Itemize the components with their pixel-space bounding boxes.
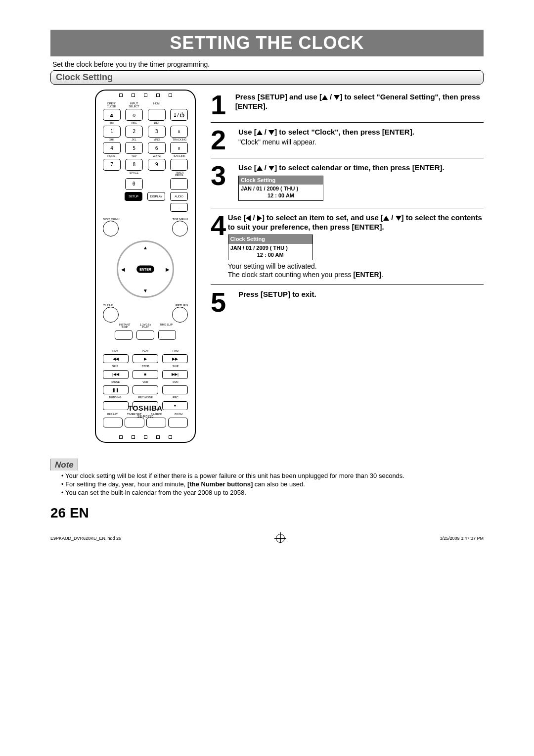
number-7-button: 7 (103, 159, 121, 171)
step-5: 5Press [SETUP] to exit. (211, 290, 484, 320)
page-title: SETTING THE CLOCK (50, 30, 484, 56)
clear-label: CLEAR (103, 304, 113, 307)
remote-illustration: OPEN/ CLOSE INPUT SELECT HDMI ⏏ ⊙ I/⏻ .@… (95, 90, 196, 443)
subtitle-button: ⎵ (170, 203, 188, 212)
left-icon: ◀ (121, 266, 125, 272)
vcr-button (133, 385, 158, 394)
number-1-button: 1 (103, 126, 121, 138)
step-number: 3 (211, 163, 238, 188)
button-label: FWD (163, 350, 188, 353)
button-label: .@/: (103, 122, 120, 125)
down-arrow-icon (268, 130, 274, 135)
button-label: SKIP (163, 365, 188, 368)
skip-back-button: |◀◀ (103, 370, 129, 379)
note-label: Note (50, 459, 78, 471)
osd-header: Clock Setting (228, 235, 312, 244)
timer-prog-button (170, 178, 188, 190)
up-arrow-icon (383, 216, 389, 221)
button-label: PAUSE (103, 381, 128, 384)
step-number: 5 (211, 290, 238, 315)
button-label: DUBBING (103, 396, 128, 399)
number-9-button: 9 (148, 159, 166, 171)
button-label: SKIP (103, 365, 128, 368)
up-arrow-icon (257, 130, 263, 135)
disc-menu-label: DISC MENU (103, 218, 120, 221)
button-label: VCR (133, 381, 158, 384)
osd-header: Clock Setting (239, 176, 323, 185)
step-number: 1 (211, 93, 235, 117)
step-body: Press [SETUP] and use [ / ] to select "G… (235, 93, 484, 111)
section-header: Clock Setting (50, 70, 484, 85)
time-slip-button (158, 330, 176, 340)
step-body: Use [ / ] to select calendar or time, th… (238, 163, 445, 203)
osd-time: 12 : 00 AM (230, 252, 311, 259)
button-label: SAT.LINK (171, 155, 188, 158)
button-label: INPUT SELECT (126, 102, 142, 108)
fwd-button: ▶▶ (162, 354, 188, 363)
down-arrow-icon (396, 216, 401, 221)
button-label: REC (163, 396, 188, 399)
brand-label: TOSHIBA (96, 404, 195, 412)
steps-column: 1Press [SETUP] and use [ / ] to select "… (211, 90, 484, 325)
down-icon: ▼ (143, 288, 148, 293)
button-label: STOP (133, 365, 158, 368)
number-2-button: 2 (125, 126, 143, 138)
footer-timestamp: 3/25/2009 3:47:37 PM (440, 536, 484, 541)
nav-pad: ▲ ▼ ◀ ▶ ENTER (117, 240, 174, 298)
right-arrow-icon (257, 215, 262, 221)
step-after-text: Your setting will be activated.The clock… (228, 262, 484, 280)
button-label: WXYZ (148, 155, 165, 158)
repeat-button (103, 418, 123, 427)
step-body: Use [ / ] to select "Clock", then press … (238, 128, 414, 146)
note-section: Note Your clock setting will be lost if … (50, 460, 484, 496)
registration-mark-icon (276, 534, 285, 543)
button-label: ABC (126, 122, 142, 125)
stop-button: ■ (133, 370, 158, 379)
button-label: SPACE (126, 172, 142, 177)
top-menu-button (172, 221, 188, 236)
enter-button: ENTER (136, 265, 154, 273)
osd-box: Clock SettingJAN / 01 / 2009 ( THU )12 :… (238, 176, 323, 201)
model-label: SE-R0295 (96, 415, 195, 418)
instant-skip-button (115, 330, 133, 340)
return-button (172, 307, 188, 323)
button-label: INSTANT SKIP (116, 324, 133, 329)
channel-down-button: ∨ (170, 142, 188, 154)
search-button (146, 418, 166, 427)
power-button: I/⏻ (170, 109, 188, 121)
step-body: Use [ / ] to select an item to set, and … (228, 213, 484, 280)
play-button: ▶ (133, 354, 158, 363)
button-label: REV (103, 350, 128, 353)
page-number: 26 EN (50, 505, 484, 521)
pause-button: ❚❚ (103, 385, 129, 394)
intro-text: Set the clock before you try the timer p… (52, 60, 482, 68)
setup-button: SETUP (125, 192, 142, 201)
display-button: DISPLAY (147, 192, 165, 201)
button-label: TIME SLIP (158, 324, 175, 329)
dvd-button (162, 385, 188, 394)
step-number: 4 (211, 213, 228, 238)
osd-date: JAN / 01 / 2009 ( THU ) (241, 186, 321, 192)
down-arrow-icon (334, 95, 340, 100)
step-number: 2 (211, 128, 238, 152)
step-3: 3Use [ / ] to select calendar or time, t… (211, 163, 484, 208)
input-select-button: ⊙ (125, 109, 143, 121)
osd-time: 12 : 00 AM (241, 192, 321, 199)
step-body: Press [SETUP] to exit. (238, 290, 316, 299)
satlink-button (170, 159, 188, 171)
button-label: JKL (126, 139, 142, 142)
osd-box: Clock SettingJAN / 01 / 2009 ( THU )12 :… (228, 235, 313, 260)
osd-date: JAN / 01 / 2009 ( THU ) (230, 245, 311, 252)
note-list: Your clock setting will be lost if eithe… (54, 472, 480, 496)
button-label: REC MODE (133, 396, 158, 399)
page-content: SETTING THE CLOCK Set the clock before y… (50, 30, 484, 521)
button-label (171, 122, 188, 125)
zoom-button (168, 418, 188, 427)
step-4: 4Use [ / ] to select an item to set, and… (211, 213, 484, 285)
button-label: 1.3x/0.8x PLAY (137, 324, 154, 329)
audio-button: AUDIO (170, 192, 188, 201)
note-item: Your clock setting will be lost if eithe… (61, 472, 480, 479)
down-arrow-icon (268, 166, 274, 171)
button-label: TUV (126, 155, 142, 158)
number-0-button: 0 (125, 178, 143, 190)
